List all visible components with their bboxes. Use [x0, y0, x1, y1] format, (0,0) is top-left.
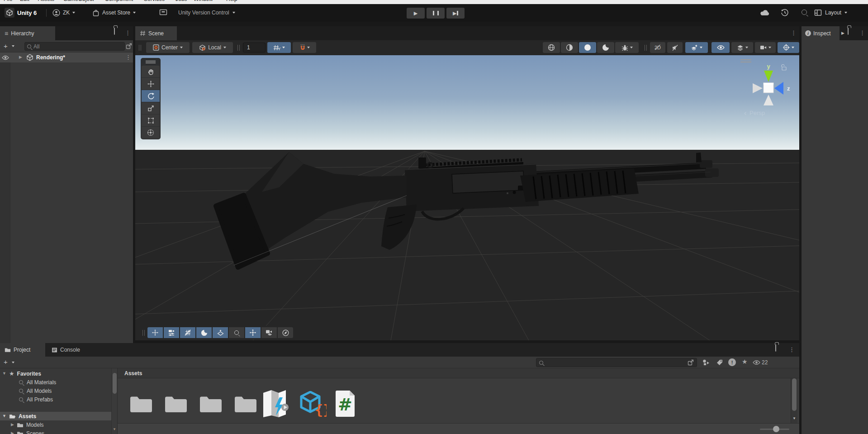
overlay-lighting-button[interactable] [196, 327, 212, 338]
inspector-menu-button[interactable]: ⋮ [859, 30, 865, 36]
hand-tool-button[interactable] [142, 66, 160, 77]
shading-wireframe-button[interactable] [543, 42, 560, 53]
scene-visibility-button[interactable] [711, 42, 730, 53]
menu-help[interactable]: Help [226, 0, 237, 2]
version-control-button[interactable]: Unity Version Control [178, 8, 235, 18]
pick-window-icon[interactable] [126, 43, 132, 49]
tab-console[interactable]: Console [45, 343, 86, 357]
eye-icon[interactable] [2, 55, 9, 60]
tab-hierarchy[interactable]: ≡ Hierarchy [0, 26, 55, 40]
collapse-icon[interactable]: ▼ [2, 414, 6, 418]
tool-pivot-button[interactable]: Center [146, 42, 190, 53]
tab-scene[interactable]: Scene [135, 26, 177, 40]
snap-settings-button[interactable] [293, 42, 316, 53]
overlay-search-button[interactable] [229, 327, 244, 338]
overlay-compass-button[interactable] [278, 327, 293, 338]
move-tool-button[interactable] [142, 78, 160, 90]
grid-visibility-button[interactable]: Y [267, 42, 291, 53]
tree-scenes-row[interactable]: ▶ Scenes [0, 429, 111, 434]
eye-icon[interactable] [753, 360, 760, 365]
create-button[interactable]: + [4, 42, 8, 50]
menu-assets[interactable]: Assets [38, 0, 54, 2]
inspector-lock-button[interactable] [848, 28, 849, 34]
create-asset-button[interactable]: + [4, 358, 8, 366]
layers-button[interactable] [731, 42, 753, 53]
transform-tool-button[interactable] [142, 127, 160, 138]
menu-edit[interactable]: Edit [20, 0, 29, 2]
project-search-input[interactable] [546, 359, 682, 366]
toggle-2d-button[interactable]: 2D [650, 42, 665, 53]
step-button[interactable]: ▶ [446, 8, 465, 19]
overlay-gizmo-move-button[interactable] [245, 327, 261, 338]
cloud-button[interactable] [760, 10, 770, 16]
overlay-render-settings-button[interactable] [164, 327, 179, 338]
expand-arrow-icon[interactable]: ▶ [19, 55, 22, 59]
asset-store-button[interactable]: Asset Store [92, 8, 136, 18]
orientation-gizmo[interactable]: y z ‹ Persp [732, 55, 799, 123]
tree-scrollbar[interactable]: ▼ [111, 368, 118, 434]
overlay-grid-toggle-button[interactable] [180, 327, 195, 338]
create-asset-dropdown-icon[interactable] [12, 362, 14, 363]
zoom-slider-thumb[interactable] [773, 426, 779, 432]
project-search-field[interactable] [536, 358, 697, 367]
expand-icon[interactable]: ▶ [11, 431, 14, 434]
scale-tool-button[interactable] [142, 102, 160, 114]
scrollbar-thumb[interactable] [113, 373, 117, 394]
menu-services[interactable]: Services [144, 0, 165, 2]
asset-folder-1[interactable] [129, 395, 152, 413]
hierarchy-menu-button[interactable]: ⋮ [125, 30, 131, 36]
tab-project[interactable]: Project [0, 343, 45, 357]
overlay-move-button[interactable] [147, 327, 163, 338]
shading-shaded-button[interactable] [561, 42, 578, 53]
asset-csharp-script[interactable]: # [335, 390, 356, 417]
gizmos-button[interactable] [778, 42, 799, 53]
toolbar-drag-handle[interactable] [139, 45, 141, 51]
audio-mute-button[interactable] [667, 42, 683, 53]
pause-button[interactable] [427, 8, 445, 19]
asset-package[interactable]: {} [299, 391, 327, 417]
menu-window[interactable]: Window [194, 0, 213, 2]
collapse-icon[interactable]: ▼ [2, 372, 6, 376]
tab-inspector[interactable]: i Inspect [802, 26, 840, 40]
asset-folder-4[interactable] [234, 395, 256, 413]
menu-jobs[interactable]: Jobs [175, 0, 187, 2]
tool-orientation-button[interactable]: Local [192, 42, 233, 53]
create-dropdown-icon[interactable] [12, 45, 14, 47]
project-menu-button[interactable]: ⋮ [789, 347, 795, 353]
project-lock-button[interactable] [775, 345, 776, 351]
menu-gameobject[interactable]: GameObject [63, 0, 94, 2]
grid-size-field[interactable] [243, 43, 266, 52]
layout-button[interactable]: Layout [814, 8, 847, 18]
overlay-skybox-button[interactable] [213, 327, 228, 338]
overlay-camera-button[interactable] [261, 327, 277, 338]
account-button[interactable]: ZK [52, 8, 75, 18]
lighting-on-button[interactable] [579, 42, 596, 53]
search-by-type-button[interactable] [702, 359, 710, 366]
scroll-down-icon[interactable]: ▼ [113, 427, 116, 431]
expand-icon[interactable]: ▶ [11, 423, 14, 427]
asset-folder-2[interactable] [164, 395, 187, 413]
rotate-tool-button[interactable] [142, 90, 160, 102]
search-button[interactable] [802, 10, 807, 15]
search-by-label-button[interactable] [716, 359, 723, 366]
hierarchy-scene-row[interactable]: ▶ Rendering* ⋮ [0, 52, 133, 62]
scrollbar-thumb[interactable] [792, 378, 797, 411]
asset-fbx-model[interactable] [261, 389, 289, 418]
camera-settings-button[interactable] [755, 42, 776, 53]
menu-file[interactable]: File [4, 0, 12, 2]
lighting-off-button[interactable] [597, 42, 614, 53]
effects-button[interactable] [685, 42, 708, 53]
assets-root-row[interactable]: ▼ Assets [0, 412, 111, 420]
rect-tool-button[interactable] [142, 114, 160, 126]
hierarchy-lock-button[interactable] [114, 28, 115, 34]
menu-component[interactable]: Component [105, 0, 133, 2]
search-by-preset-button[interactable]: ! [728, 358, 736, 366]
breadcrumb[interactable]: Assets [124, 370, 142, 377]
pick-window-icon[interactable] [688, 359, 694, 366]
scene-menu-button[interactable]: ⋮ [791, 30, 797, 36]
scene-viewport[interactable]: y z ‹ Persp [135, 55, 799, 340]
tab-scroll-right-icon[interactable]: ▶ [841, 31, 844, 35]
scene-item-menu[interactable]: ⋮ [125, 54, 131, 60]
favorites-row[interactable]: ▼ ★ Favorites [0, 369, 111, 378]
favorite-all-materials[interactable]: All Materials [0, 378, 111, 386]
